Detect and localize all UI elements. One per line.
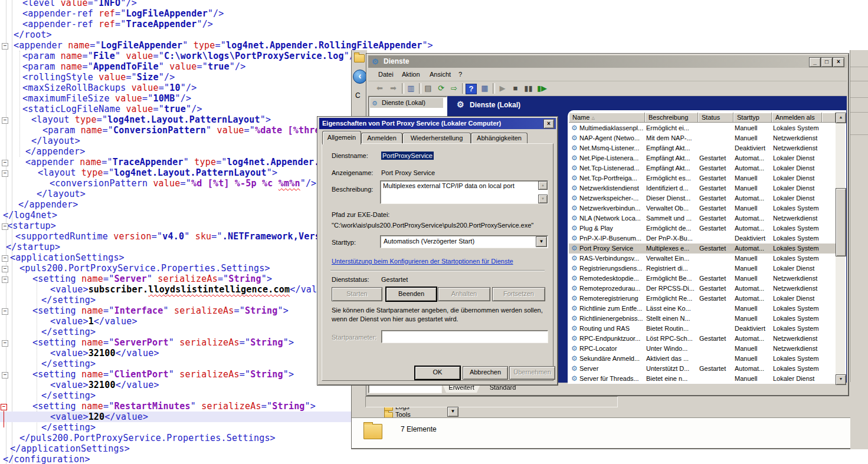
- refresh-icon[interactable]: ⟳: [435, 83, 447, 94]
- fold-marker-icon[interactable]: −: [2, 43, 8, 50]
- fold-marker-icon[interactable]: −: [2, 308, 8, 315]
- anhalten-button[interactable]: Anhalten: [438, 287, 490, 301]
- tab-abhängigkeiten[interactable]: Abhängigkeiten: [471, 133, 528, 144]
- startparameter-input[interactable]: [381, 330, 548, 343]
- service-row[interactable]: ⚙Net.Pipe-Listenera...Empfängt Akt...Ges…: [569, 153, 836, 163]
- service-gear-icon: ⚙: [571, 314, 578, 323]
- changed-region-fold-icon[interactable]: −: [1, 404, 7, 410]
- fold-marker-icon[interactable]: −: [2, 160, 8, 166]
- code-line: <staticLogFileName value="true"/>: [22, 104, 202, 114]
- service-gear-icon: ⚙: [571, 254, 578, 263]
- dropdown-button[interactable]: ▼: [447, 407, 458, 417]
- forward-icon[interactable]: ➡: [388, 83, 399, 94]
- fold-marker-icon[interactable]: −: [2, 266, 8, 272]
- fold-marker-icon[interactable]: −: [2, 117, 8, 124]
- ok-button[interactable]: OK: [415, 366, 460, 380]
- close-icon[interactable]: ×: [543, 119, 554, 129]
- service-row[interactable]: ⚙Richtlinienergebniss...Stellt einen N..…: [569, 314, 836, 324]
- tab-anmelden[interactable]: Anmelden: [361, 133, 402, 144]
- combo-dropdown-icon[interactable]: ▼: [536, 236, 547, 247]
- beschreibung-textbox[interactable]: Multiplexes external TCP/IP data on loca…: [380, 180, 548, 204]
- stop-service-icon[interactable]: ■: [510, 83, 521, 94]
- maximize-button[interactable]: □: [821, 57, 833, 67]
- abbrechen-button[interactable]: Abbrechen: [463, 366, 508, 380]
- starttyp-combobox[interactable]: Automatisch (Verzögerter Start) ▼: [380, 235, 548, 248]
- close-button[interactable]: ×: [833, 57, 844, 67]
- menu-item-aktion[interactable]: Aktion: [399, 70, 423, 79]
- fold-marker-icon[interactable]: −: [2, 170, 8, 177]
- service-row[interactable]: ⚙NAP-Agent (Netwo...Mit dem NAP-...Manue…: [569, 133, 836, 143]
- service-row[interactable]: ⚙Net.Tcp-Listenerad...Empfängt Akt...Ges…: [569, 163, 836, 173]
- service-row[interactable]: ⚙Netzwerkspeicher-...Dieser Dienst...Ges…: [569, 193, 836, 203]
- service-row[interactable]: ⚙Sekundäre Anmeld...Aktiviert das ...Man…: [569, 354, 836, 364]
- menu-item-ansicht[interactable]: Ansicht: [427, 70, 454, 79]
- beenden-button[interactable]: Beenden: [386, 287, 437, 301]
- back-icon[interactable]: ⬅: [374, 83, 385, 94]
- start-service-icon[interactable]: ▶: [497, 83, 508, 94]
- tab-wiederherstellung[interactable]: Wiederherstellung: [402, 133, 471, 144]
- code-line: <setting name="Server" serializeAs="Stri…: [32, 274, 272, 284]
- menu-item-help[interactable]: ?: [456, 70, 465, 79]
- minimize-button[interactable]: _: [809, 57, 821, 67]
- service-row[interactable]: ⚙Port Proxy ServiceMultiplexes e...Gesta…: [569, 243, 836, 254]
- service-row[interactable]: ⚙Remotedesktopdie...Ermöglicht Be...Gest…: [569, 274, 836, 284]
- starten-button[interactable]: Starten: [332, 287, 382, 301]
- scroll-up-icon[interactable]: ▲: [836, 113, 846, 123]
- column-header-beschreibung[interactable]: Beschreibung: [645, 113, 698, 123]
- service-row[interactable]: ⚙NetzwerklistendienstIdentifiziert d...G…: [569, 183, 836, 193]
- fold-marker-icon[interactable]: −: [2, 372, 8, 379]
- service-row[interactable]: ⚙ServerUnterstützt D...GestartetAutomat.…: [569, 364, 836, 374]
- back-icon[interactable]: ‹: [353, 70, 367, 84]
- tab-allgemein[interactable]: Allgemein: [322, 131, 361, 144]
- service-row[interactable]: ⚙RPC-LocatorUnter Windo...ManuellNetzwer…: [569, 344, 836, 354]
- scrollbar-thumb[interactable]: [836, 188, 846, 256]
- scroll-down-icon[interactable]: ▼: [538, 195, 548, 203]
- vertical-scrollbar[interactable]: ▲ ▼: [836, 113, 845, 384]
- service-row[interactable]: ⚙Richtlinie zum Entfe...Lässt eine Ko...…: [569, 304, 836, 314]
- service-row[interactable]: ⚙Plug & PlayErmöglicht de...GestartetAut…: [569, 223, 836, 233]
- service-row[interactable]: ⚙Remoteprozedurau...Der RPCSS-Di...Gesta…: [569, 284, 836, 294]
- fortsetzen-button[interactable]: Fortsetzen: [492, 287, 545, 301]
- service-name: Richtlinienergebniss...: [579, 314, 645, 324]
- scroll-down-icon[interactable]: ▼: [836, 374, 846, 385]
- dialog-title-bar[interactable]: Eigenschaften von Port Proxy Service (Lo…: [319, 118, 556, 129]
- column-header-status[interactable]: Status: [698, 113, 733, 123]
- service-row[interactable]: ⚙RPC-Endpunktzuor...Löst RPC-Sch...Gesta…: [569, 334, 836, 344]
- service-row[interactable]: ⚙Multimediaklassenpl...Ermöglicht ei...M…: [569, 123, 836, 133]
- fold-marker-icon[interactable]: −: [2, 277, 8, 283]
- service-row[interactable]: ⚙Netzwerkverbindun...Verwaltet Ob...Gest…: [569, 203, 836, 213]
- menu-item-datei[interactable]: Datei: [375, 70, 397, 79]
- service-row[interactable]: ⚙Net.Msmq-Listener...Empfängt Akt...Deak…: [569, 143, 836, 153]
- service-row[interactable]: ⚙Server für Threads...Bietet eine n...Ma…: [569, 374, 836, 384]
- column-header-name[interactable]: Name ▵: [569, 113, 645, 123]
- fold-marker-icon[interactable]: −: [2, 223, 8, 230]
- services-title-bar[interactable]: ⚙ Dienste _ □ ×: [368, 55, 847, 68]
- export-list-icon[interactable]: ▤: [422, 83, 434, 94]
- help-icon[interactable]: ?: [466, 84, 477, 94]
- dienstname-value[interactable]: PortProxyService: [381, 152, 434, 160]
- tree-item-dienste-lokal[interactable]: ⚙ Dienste (Lokal): [370, 98, 443, 108]
- pause-service-icon[interactable]: ▮▮: [523, 83, 534, 94]
- service-row[interactable]: ⚙NLA (Network Loca...Sammelt und ...Gest…: [569, 213, 836, 223]
- service-row[interactable]: ⚙Net.Tcp-Portfreiga...Ermöglicht es...Ge…: [569, 173, 836, 183]
- service-row[interactable]: ⚙RAS-Verbindungsv...Verwaltet Ein...Manu…: [569, 254, 836, 264]
- service-row[interactable]: ⚙Registrierungsdiens...Registriert di...…: [569, 264, 836, 274]
- service-row[interactable]: ⚙RemoteregistrierungErmöglicht Re...Gest…: [569, 294, 836, 304]
- scroll-up-icon[interactable]: ▲: [538, 181, 548, 190]
- service-status: [699, 233, 733, 243]
- fold-marker-icon[interactable]: −: [2, 255, 8, 262]
- column-header-starttyp[interactable]: Starttyp: [733, 113, 772, 123]
- uebernehmen-button[interactable]: Übernehmen: [509, 366, 555, 380]
- background-window-edge: [850, 50, 868, 449]
- code-line: <value>32100</value>: [50, 380, 159, 390]
- export-icon[interactable]: ⇨: [448, 83, 460, 94]
- startoptions-help-link[interactable]: Unterstützung beim Konfigurieren der Sta…: [332, 258, 513, 265]
- restart-service-icon[interactable]: ▮▶: [536, 83, 548, 94]
- fold-marker-icon[interactable]: −: [2, 340, 8, 347]
- extended-view-icon[interactable]: ▦: [479, 83, 490, 94]
- dienstname-label: Dienstname:: [332, 152, 368, 159]
- column-header-anmelden-als[interactable]: Anmelden als: [772, 113, 822, 123]
- show-tree-icon[interactable]: ▥: [405, 83, 417, 94]
- service-row[interactable]: ⚙Routing und RASBietet Routin...Deaktivi…: [569, 324, 836, 334]
- service-row[interactable]: ⚙PnP-X-IP-Busenum...Der PnP-X-Bu...Deakt…: [569, 233, 836, 243]
